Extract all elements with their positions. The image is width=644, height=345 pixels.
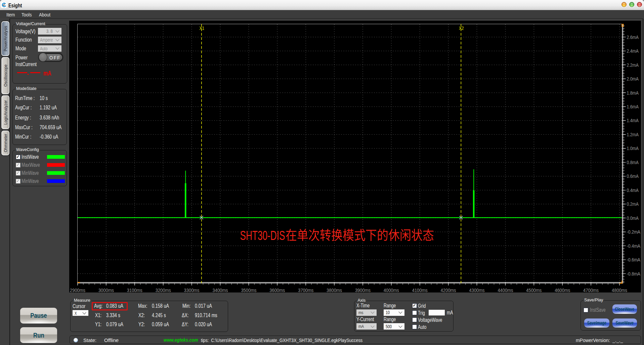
svg-text:2.0mA: 2.0mA	[627, 76, 639, 82]
svg-text:3100ms: 3100ms	[127, 288, 142, 293]
svg-text:2.4mA: 2.4mA	[627, 48, 639, 54]
svg-text:3500ms: 3500ms	[241, 288, 256, 293]
svg-text:4800ms: 4800ms	[612, 288, 627, 293]
svg-text:-0.8mA: -0.8mA	[627, 271, 641, 277]
svg-text:3300ms: 3300ms	[184, 288, 200, 293]
svg-text:SHT30-DIS: SHT30-DIS	[240, 228, 285, 243]
svg-text:X1: X1	[200, 26, 205, 31]
svg-text:2.6mA: 2.6mA	[627, 34, 639, 40]
svg-text:0.8mA: 0.8mA	[627, 159, 639, 165]
svg-text:-0.2mA: -0.2mA	[627, 229, 641, 235]
svg-text:3200ms: 3200ms	[156, 288, 171, 293]
svg-text:4300ms: 4300ms	[469, 288, 485, 293]
svg-text:3600ms: 3600ms	[269, 288, 285, 293]
svg-text:3700ms: 3700ms	[298, 288, 313, 293]
svg-text:0.4mA: 0.4mA	[627, 187, 639, 193]
svg-text:1.2mA: 1.2mA	[627, 132, 639, 137]
svg-text:3400ms: 3400ms	[213, 288, 228, 293]
svg-text:0.2mA: 0.2mA	[627, 201, 639, 207]
svg-text:4400ms: 4400ms	[498, 288, 513, 293]
svg-text:0.6mA: 0.6mA	[627, 173, 639, 179]
svg-text:1.4mA: 1.4mA	[627, 117, 639, 123]
svg-text:4200ms: 4200ms	[441, 288, 456, 293]
svg-text:4500ms: 4500ms	[526, 288, 542, 293]
svg-text:X2: X2	[459, 26, 464, 31]
svg-text:3800ms: 3800ms	[327, 288, 342, 293]
svg-text:2900ms: 2900ms	[70, 288, 85, 293]
svg-text:0.0mA: 0.0mA	[627, 215, 639, 221]
svg-text:-0.6mA: -0.6mA	[627, 257, 641, 262]
svg-text:4700ms: 4700ms	[583, 288, 599, 293]
svg-text:1.6mA: 1.6mA	[627, 104, 639, 109]
svg-text:4100ms: 4100ms	[412, 288, 428, 293]
svg-text:-0.4mA: -0.4mA	[627, 243, 641, 249]
svg-text:4000ms: 4000ms	[384, 288, 399, 293]
svg-text:4600ms: 4600ms	[555, 288, 570, 293]
svg-text:3000ms: 3000ms	[98, 288, 114, 293]
svg-text:1.8mA: 1.8mA	[627, 90, 639, 96]
svg-text:1.0mA: 1.0mA	[627, 145, 639, 151]
svg-text:3900ms: 3900ms	[355, 288, 371, 293]
svg-text:2.2mA: 2.2mA	[627, 62, 639, 68]
